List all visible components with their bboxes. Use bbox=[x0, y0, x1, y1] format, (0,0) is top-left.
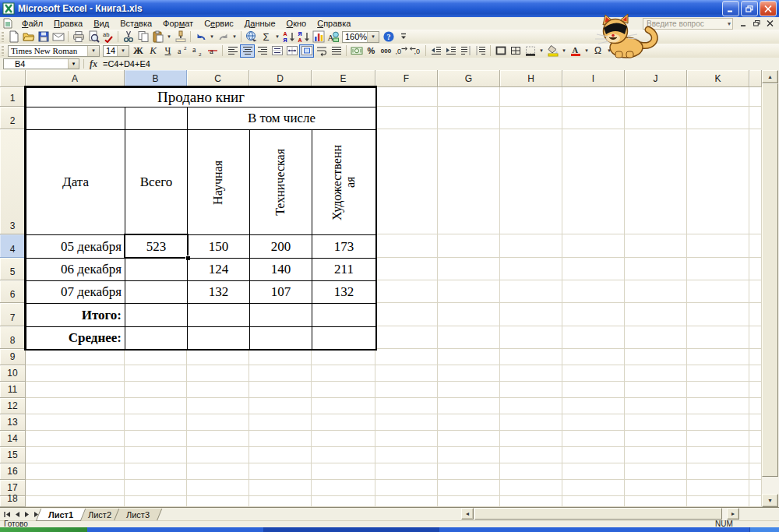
hyperlink-icon[interactable] bbox=[244, 30, 259, 44]
grid-cell[interactable] bbox=[749, 258, 762, 280]
cell-C6[interactable]: 132 bbox=[187, 280, 250, 304]
row-header-9[interactable]: 9 bbox=[0, 349, 26, 365]
column-header-C[interactable]: C bbox=[187, 70, 249, 87]
grid-cell[interactable] bbox=[687, 463, 749, 480]
grid-cell[interactable] bbox=[687, 326, 749, 349]
grid-cell[interactable] bbox=[625, 365, 687, 382]
grid-cell[interactable] bbox=[500, 107, 562, 129]
grid-cell[interactable] bbox=[26, 447, 125, 463]
scroll-down-icon[interactable]: ▾ bbox=[762, 494, 778, 507]
menu-item-2[interactable]: Вид bbox=[88, 18, 115, 29]
grid-cell[interactable] bbox=[438, 398, 500, 414]
cell-E5[interactable]: 211 bbox=[312, 258, 376, 281]
borders-icon[interactable] bbox=[523, 44, 538, 58]
row-header-14[interactable]: 14 bbox=[0, 431, 26, 447]
grid-cell[interactable] bbox=[438, 107, 500, 129]
grid-cell[interactable] bbox=[438, 87, 500, 107]
grid-cell[interactable] bbox=[625, 349, 687, 365]
row-header-15[interactable]: 15 bbox=[0, 447, 26, 463]
grid-cell[interactable] bbox=[375, 480, 438, 496]
grid-cell[interactable] bbox=[312, 382, 375, 398]
grid-cell[interactable] bbox=[625, 431, 687, 447]
grid-cell[interactable] bbox=[562, 463, 625, 480]
zoom-combo-dropdown-icon[interactable]: ▾ bbox=[367, 32, 379, 42]
grid-cell[interactable] bbox=[375, 303, 438, 326]
cell-D8[interactable] bbox=[249, 326, 312, 350]
strikethrough-icon[interactable]: а bbox=[205, 44, 220, 58]
font-combo[interactable]: Times New Roman▾ bbox=[8, 45, 100, 57]
grid-cell[interactable] bbox=[687, 365, 749, 382]
grid-cell[interactable] bbox=[687, 480, 749, 496]
column-header-I[interactable]: I bbox=[562, 70, 625, 87]
cell-B3[interactable]: Всего bbox=[125, 129, 188, 235]
increase-indent-icon[interactable] bbox=[443, 44, 458, 58]
cell-D6[interactable]: 107 bbox=[249, 280, 312, 304]
grid-cell[interactable] bbox=[125, 349, 187, 365]
decrease-decimal-icon[interactable]: ,0 bbox=[408, 44, 423, 58]
spelling-icon[interactable]: ab bbox=[100, 30, 115, 44]
grid-cell[interactable] bbox=[500, 414, 562, 431]
font-combo-dropdown-icon[interactable]: ▾ bbox=[87, 46, 99, 56]
grid-cell[interactable] bbox=[562, 280, 625, 303]
chart-wizard-icon[interactable] bbox=[311, 30, 326, 44]
grid-cell[interactable] bbox=[312, 447, 375, 463]
help-icon[interactable]: ? bbox=[381, 30, 396, 44]
column-header-G[interactable]: G bbox=[438, 70, 500, 87]
zoom-combo[interactable]: 160%▾ bbox=[342, 31, 379, 43]
grid-cell[interactable] bbox=[312, 463, 375, 480]
grid-cell[interactable] bbox=[625, 447, 687, 463]
toolbar-grip[interactable] bbox=[2, 32, 4, 42]
row-header-10[interactable]: 10 bbox=[0, 365, 26, 382]
grid-cell[interactable] bbox=[26, 480, 125, 496]
grid-cell[interactable] bbox=[500, 431, 562, 447]
row-header-6[interactable]: 6 bbox=[0, 280, 26, 303]
grid-cell[interactable] bbox=[687, 87, 749, 107]
grid-cell[interactable] bbox=[249, 414, 312, 431]
grid-cell[interactable] bbox=[500, 326, 562, 349]
grid-cell[interactable] bbox=[312, 414, 375, 431]
grid-cell[interactable] bbox=[687, 447, 749, 463]
grid-cell[interactable] bbox=[625, 87, 687, 107]
start-button[interactable] bbox=[0, 527, 87, 532]
row-header-16[interactable]: 16 bbox=[0, 463, 26, 480]
grid-cell[interactable] bbox=[749, 382, 762, 398]
grid-cell[interactable] bbox=[375, 280, 438, 303]
grid-cell[interactable] bbox=[500, 382, 562, 398]
grid-cell[interactable] bbox=[749, 463, 762, 480]
grid-cell[interactable] bbox=[625, 463, 687, 480]
grid-cell[interactable] bbox=[375, 431, 438, 447]
grid-cell[interactable] bbox=[625, 496, 687, 507]
text-direction-ltr-icon[interactable] bbox=[458, 44, 473, 58]
grid-cell[interactable] bbox=[438, 349, 500, 365]
menu-item-7[interactable]: Окно bbox=[281, 18, 312, 29]
grid-cell[interactable] bbox=[375, 129, 438, 234]
grid-cell[interactable] bbox=[749, 414, 762, 431]
cell-E7[interactable] bbox=[312, 303, 376, 327]
row-header-18[interactable]: 18 bbox=[0, 496, 26, 507]
grid-cell[interactable] bbox=[687, 382, 749, 398]
grid-cell[interactable] bbox=[562, 326, 625, 349]
cell-B4[interactable]: 523 bbox=[125, 234, 188, 259]
grid-cell[interactable] bbox=[438, 496, 500, 507]
grid-cell[interactable] bbox=[625, 398, 687, 414]
row-header-12[interactable]: 12 bbox=[0, 398, 26, 414]
drawing-icon[interactable]: A bbox=[326, 30, 340, 44]
grid-cell[interactable] bbox=[249, 398, 312, 414]
grid-cell[interactable] bbox=[249, 480, 312, 496]
close-button[interactable] bbox=[760, 1, 777, 16]
grid-cell[interactable] bbox=[749, 365, 762, 382]
grid-cell[interactable] bbox=[375, 326, 438, 349]
wrap-text-icon[interactable] bbox=[314, 44, 329, 58]
email-icon[interactable] bbox=[51, 30, 65, 44]
print-preview-icon[interactable] bbox=[86, 30, 100, 44]
grid-cell[interactable] bbox=[500, 349, 562, 365]
grid-cell[interactable] bbox=[749, 129, 762, 234]
cell-B8[interactable] bbox=[125, 326, 188, 350]
border-grid-icon[interactable] bbox=[508, 44, 523, 58]
grid-cell[interactable] bbox=[125, 431, 187, 447]
grid-cell[interactable] bbox=[500, 258, 562, 280]
grid-cell[interactable] bbox=[749, 326, 762, 349]
grid-cell[interactable] bbox=[749, 303, 762, 326]
paste-icon-dropdown[interactable]: ▾ bbox=[165, 30, 173, 44]
grid-cell[interactable] bbox=[500, 87, 562, 107]
